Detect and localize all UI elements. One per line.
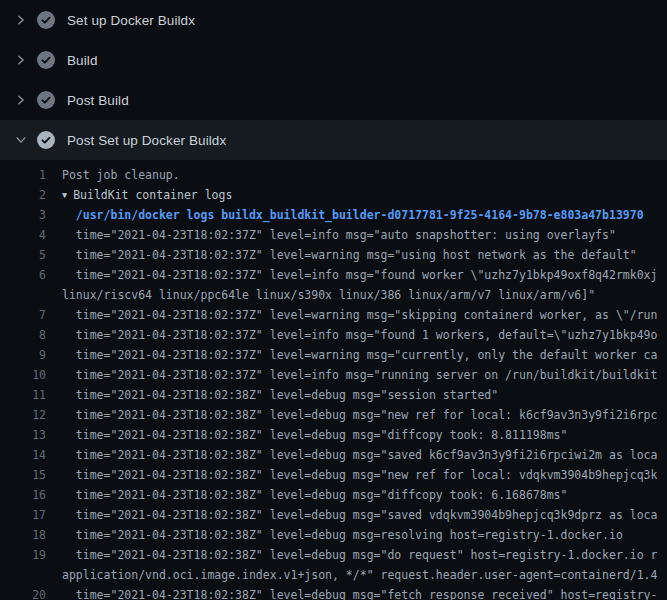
line-text: time="2021-04-23T18:02:37Z" level=info m… bbox=[46, 265, 667, 285]
chevron-right-icon bbox=[14, 13, 28, 27]
step-row-build[interactable]: Build bbox=[0, 40, 667, 80]
line-text: time="2021-04-23T18:02:37Z" level=warnin… bbox=[46, 305, 667, 325]
line-text: time="2021-04-23T18:02:38Z" level=debug … bbox=[46, 485, 667, 505]
log-line: 2 ▼BuildKit container logs bbox=[0, 185, 667, 205]
line-text: Post job cleanup. bbox=[46, 165, 667, 185]
line-number bbox=[0, 285, 46, 305]
log-line: 9 time="2021-04-23T18:02:37Z" level=warn… bbox=[0, 345, 667, 365]
line-number bbox=[0, 565, 46, 585]
line-text: time="2021-04-23T18:02:37Z" level=warnin… bbox=[46, 245, 667, 265]
log-line: 4 time="2021-04-23T18:02:37Z" level=info… bbox=[0, 225, 667, 245]
log-line: 19 time="2021-04-23T18:02:38Z" level=deb… bbox=[0, 545, 667, 565]
check-circle-icon bbox=[37, 91, 55, 109]
line-text: application/vnd.oci.image.index.v1+json,… bbox=[46, 565, 667, 585]
line-number[interactable]: 11 bbox=[0, 385, 46, 405]
line-number[interactable]: 12 bbox=[0, 405, 46, 425]
line-text: time="2021-04-23T18:02:38Z" level=debug … bbox=[46, 525, 667, 545]
chevron-down-icon bbox=[14, 133, 28, 147]
line-number[interactable]: 20 bbox=[0, 585, 46, 600]
line-number[interactable]: 3 bbox=[0, 205, 46, 225]
step-label: Post Set up Docker Buildx bbox=[67, 133, 226, 148]
line-number[interactable]: 7 bbox=[0, 305, 46, 325]
log-line: 7 time="2021-04-23T18:02:37Z" level=warn… bbox=[0, 305, 667, 325]
line-number[interactable]: 6 bbox=[0, 265, 46, 285]
step-label: Build bbox=[67, 53, 98, 68]
line-number[interactable]: 5 bbox=[0, 245, 46, 265]
line-text: time="2021-04-23T18:02:38Z" level=debug … bbox=[46, 385, 667, 405]
actions-log-viewer: Set up Docker Buildx Build P bbox=[0, 0, 667, 600]
chevron-right-icon bbox=[14, 93, 28, 107]
line-number[interactable]: 18 bbox=[0, 525, 46, 545]
line-text: linux/riscv64 linux/ppc64le linux/s390x … bbox=[46, 285, 667, 305]
log-line: 8 time="2021-04-23T18:02:37Z" level=info… bbox=[0, 325, 667, 345]
log-viewer: 1 Post job cleanup. 2 ▼BuildKit containe… bbox=[0, 160, 667, 600]
log-line: 13 time="2021-04-23T18:02:38Z" level=deb… bbox=[0, 425, 667, 445]
log-line: 1 Post job cleanup. bbox=[0, 165, 667, 185]
line-text: time="2021-04-23T18:02:37Z" level=warnin… bbox=[46, 345, 667, 365]
log-line: 17 time="2021-04-23T18:02:38Z" level=deb… bbox=[0, 505, 667, 525]
step-row-post-build[interactable]: Post Build bbox=[0, 80, 667, 120]
log-line: 20 time="2021-04-23T18:02:38Z" level=deb… bbox=[0, 585, 667, 600]
step-row-set-up-docker-buildx[interactable]: Set up Docker Buildx bbox=[0, 0, 667, 40]
line-number[interactable]: 19 bbox=[0, 545, 46, 565]
line-text: time="2021-04-23T18:02:38Z" level=debug … bbox=[46, 505, 667, 525]
line-text: time="2021-04-23T18:02:38Z" level=debug … bbox=[46, 465, 667, 485]
line-text: time="2021-04-23T18:02:37Z" level=info m… bbox=[46, 225, 667, 245]
line-number[interactable]: 4 bbox=[0, 225, 46, 245]
line-number[interactable]: 8 bbox=[0, 325, 46, 345]
line-text: /usr/bin/docker logs buildx_buildkit_bui… bbox=[46, 205, 667, 225]
line-number[interactable]: 1 bbox=[0, 165, 46, 185]
line-text: time="2021-04-23T18:02:37Z" level=info m… bbox=[46, 365, 667, 385]
step-label: Post Build bbox=[67, 93, 129, 108]
log-line: linux/riscv64 linux/ppc64le linux/s390x … bbox=[0, 285, 667, 305]
line-number[interactable]: 9 bbox=[0, 345, 46, 365]
line-number[interactable]: 13 bbox=[0, 425, 46, 445]
log-line: 16 time="2021-04-23T18:02:38Z" level=deb… bbox=[0, 485, 667, 505]
line-text: time="2021-04-23T18:02:38Z" level=debug … bbox=[46, 585, 667, 600]
log-line: 3 /usr/bin/docker logs buildx_buildkit_b… bbox=[0, 205, 667, 225]
line-text: time="2021-04-23T18:02:38Z" level=debug … bbox=[46, 445, 667, 465]
log-line: 10 time="2021-04-23T18:02:37Z" level=inf… bbox=[0, 365, 667, 385]
log-line: 11 time="2021-04-23T18:02:38Z" level=deb… bbox=[0, 385, 667, 405]
line-number[interactable]: 17 bbox=[0, 505, 46, 525]
chevron-right-icon bbox=[14, 53, 28, 67]
log-line: 14 time="2021-04-23T18:02:38Z" level=deb… bbox=[0, 445, 667, 465]
line-text: time="2021-04-23T18:02:38Z" level=debug … bbox=[46, 425, 667, 445]
line-number[interactable]: 2 bbox=[0, 185, 46, 205]
log-line: 6 time="2021-04-23T18:02:37Z" level=info… bbox=[0, 265, 667, 285]
line-text[interactable]: ▼BuildKit container logs bbox=[46, 185, 667, 205]
log-line: 12 time="2021-04-23T18:02:38Z" level=deb… bbox=[0, 405, 667, 425]
log-line: 5 time="2021-04-23T18:02:37Z" level=warn… bbox=[0, 245, 667, 265]
line-number[interactable]: 16 bbox=[0, 485, 46, 505]
step-label: Set up Docker Buildx bbox=[67, 13, 195, 28]
step-row-post-set-up-docker-buildx[interactable]: Post Set up Docker Buildx bbox=[0, 120, 667, 160]
line-number[interactable]: 15 bbox=[0, 465, 46, 485]
check-circle-icon bbox=[37, 51, 55, 69]
group-toggle-icon[interactable]: ▼ bbox=[62, 185, 67, 205]
line-text: time="2021-04-23T18:02:38Z" level=debug … bbox=[46, 405, 667, 425]
steps-list: Set up Docker Buildx Build P bbox=[0, 0, 667, 160]
log-line: 18 time="2021-04-23T18:02:38Z" level=deb… bbox=[0, 525, 667, 545]
check-circle-icon bbox=[37, 131, 55, 149]
check-circle-icon bbox=[37, 11, 55, 29]
line-number[interactable]: 14 bbox=[0, 445, 46, 465]
log-line: 15 time="2021-04-23T18:02:38Z" level=deb… bbox=[0, 465, 667, 485]
line-number[interactable]: 10 bbox=[0, 365, 46, 385]
log-line: application/vnd.oci.image.index.v1+json,… bbox=[0, 565, 667, 585]
line-text: time="2021-04-23T18:02:37Z" level=info m… bbox=[46, 325, 667, 345]
line-text: time="2021-04-23T18:02:38Z" level=debug … bbox=[46, 545, 667, 565]
